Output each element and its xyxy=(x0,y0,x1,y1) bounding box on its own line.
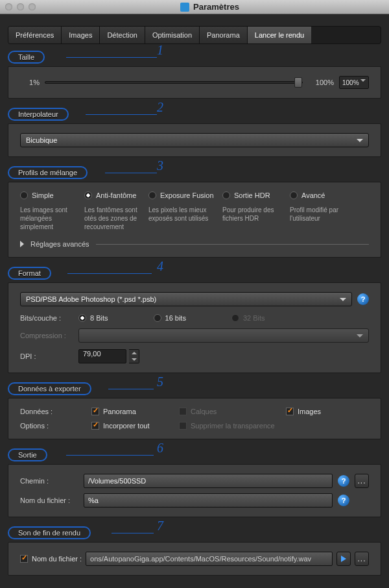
main-panel: Préférences Images Détection Optimisatio… xyxy=(0,14,389,588)
callout-line xyxy=(66,57,157,58)
bits-radio-16[interactable]: 16 bits xyxy=(154,314,186,322)
size-spinner[interactable]: 100% xyxy=(339,76,369,89)
panel-blend: Simple Anti-fantôme Exposure Fusion Sort… xyxy=(8,182,381,258)
separator xyxy=(96,244,369,245)
path-input[interactable] xyxy=(84,474,333,488)
blend-radio-hdr[interactable]: Sortie HDR xyxy=(222,191,287,199)
blend-desc: Les pixels les mieux exposés sont utilis… xyxy=(148,206,220,231)
section-label-blend: Profils de mélange xyxy=(8,166,88,179)
tab-bar: Préférences Images Détection Optimisatio… xyxy=(8,26,381,44)
tab-images[interactable]: Images xyxy=(62,27,100,43)
zoom-window-icon[interactable] xyxy=(29,3,36,10)
disclosure-triangle-icon xyxy=(20,241,24,247)
section-label-interpolator: Interpolateur xyxy=(8,108,69,121)
slider-min-label: 1% xyxy=(20,79,40,86)
app-icon xyxy=(180,3,189,12)
advanced-settings-toggle[interactable]: Réglages avancés xyxy=(20,240,369,248)
check-incorporer[interactable]: Incorporer tout xyxy=(91,422,179,430)
slider-max-label: 100% xyxy=(308,79,334,86)
check-calques: Calques xyxy=(179,408,286,415)
section-label-format: Format xyxy=(8,267,51,280)
ellipsis-icon: ... xyxy=(357,554,366,563)
tab-detection[interactable]: Détection xyxy=(100,27,145,43)
callout-line xyxy=(112,533,154,533)
help-icon[interactable]: ? xyxy=(338,475,349,487)
data-label: Données : xyxy=(20,408,91,415)
close-window-icon[interactable] xyxy=(5,3,12,10)
callout-number: 3 xyxy=(157,158,163,173)
callout-number: 5 xyxy=(157,374,163,389)
panel-output: Chemin : ? ... Nom du fichier : ? xyxy=(8,464,381,517)
check-panorama[interactable]: Panorama xyxy=(91,408,179,415)
callout-number: 2 xyxy=(157,100,163,115)
window-titlebar: Paramètres xyxy=(0,0,389,14)
check-transparency: Supprimer la transparence xyxy=(179,422,369,430)
blend-desc: Les images sont mélangées simplement xyxy=(20,206,82,231)
dpi-label: DPI : xyxy=(20,352,78,360)
section-label-export: Données à exporter xyxy=(8,382,91,395)
blend-desc: Profil modifié par l'utilisateur xyxy=(290,206,342,231)
format-select[interactable]: PSD/PSB Adobe Photoshop (*.psd *.psb) xyxy=(20,292,352,306)
panel-taille: 1% 100% 100% xyxy=(8,66,381,99)
window-title: Paramètres xyxy=(36,2,384,12)
compression-select xyxy=(78,328,369,343)
blend-radio-simple[interactable]: Simple xyxy=(20,191,82,199)
callout-number: 7 xyxy=(157,519,163,533)
bits-label: Bits/couche : xyxy=(20,314,78,322)
section-label-taille: Taille xyxy=(8,51,45,64)
compression-label: Compression : xyxy=(20,332,78,339)
browse-sound-button[interactable]: ... xyxy=(355,552,369,566)
section-label-sound: Son de fin de rendu xyxy=(8,526,91,539)
filename-label: Nom du fichier : xyxy=(20,496,78,504)
blend-desc: Pour produire des fichiers HDR xyxy=(222,206,287,231)
callout-line xyxy=(66,455,154,456)
play-icon xyxy=(341,556,346,562)
filename-input[interactable] xyxy=(84,493,333,508)
help-icon[interactable]: ? xyxy=(357,293,369,305)
dpi-stepper[interactable] xyxy=(129,349,139,363)
panel-format: PSD/PSB Adobe Photoshop (*.psd *.psb) ? … xyxy=(8,282,381,373)
play-sound-button[interactable] xyxy=(336,552,351,566)
dpi-input[interactable]: 79,00 xyxy=(78,349,126,363)
ellipsis-icon: ... xyxy=(357,476,366,485)
tab-render[interactable]: Lancer le rendu xyxy=(248,27,311,43)
traffic-lights[interactable] xyxy=(5,3,36,10)
callout-number: 6 xyxy=(157,441,163,456)
help-icon[interactable]: ? xyxy=(338,495,349,506)
section-label-output: Sortie xyxy=(8,448,47,461)
check-images[interactable]: Images xyxy=(286,408,369,415)
callout-line xyxy=(105,173,157,173)
blend-desc: Les fantômes sont otés des zones de reco… xyxy=(84,206,146,231)
callout-line xyxy=(67,273,152,274)
blend-radio-expfusion[interactable]: Exposure Fusion xyxy=(148,191,220,199)
tab-preferences[interactable]: Préférences xyxy=(8,27,62,43)
browse-path-button[interactable]: ... xyxy=(355,474,369,488)
size-slider[interactable] xyxy=(45,81,303,84)
panel-interpolator: Bicubique xyxy=(8,123,381,157)
panel-sound: Nom du fichier : ... xyxy=(8,542,381,576)
sound-path-input[interactable] xyxy=(86,552,333,566)
callout-number: 1 xyxy=(157,43,163,58)
check-sound-enable[interactable]: Nom du fichier : xyxy=(20,555,82,563)
interpolator-select[interactable]: Bicubique xyxy=(20,133,369,147)
callout-number: 4 xyxy=(157,259,163,274)
callout-line xyxy=(86,114,157,115)
options-label: Options : xyxy=(20,422,91,430)
tab-panorama[interactable]: Panorama xyxy=(200,27,248,43)
minimize-window-icon[interactable] xyxy=(17,3,24,10)
blend-radio-antighost[interactable]: Anti-fantôme xyxy=(84,191,146,199)
blend-radio-advanced[interactable]: Avancé xyxy=(290,191,342,199)
callout-line xyxy=(108,389,154,389)
bits-radio-32: 32 Bits xyxy=(231,314,265,322)
bits-radio-8[interactable]: 8 Bits xyxy=(78,314,108,322)
tab-optimisation[interactable]: Optimisation xyxy=(145,27,200,43)
panel-export: Données : Panorama Calques Images Option… xyxy=(8,398,381,439)
path-label: Chemin : xyxy=(20,477,78,485)
